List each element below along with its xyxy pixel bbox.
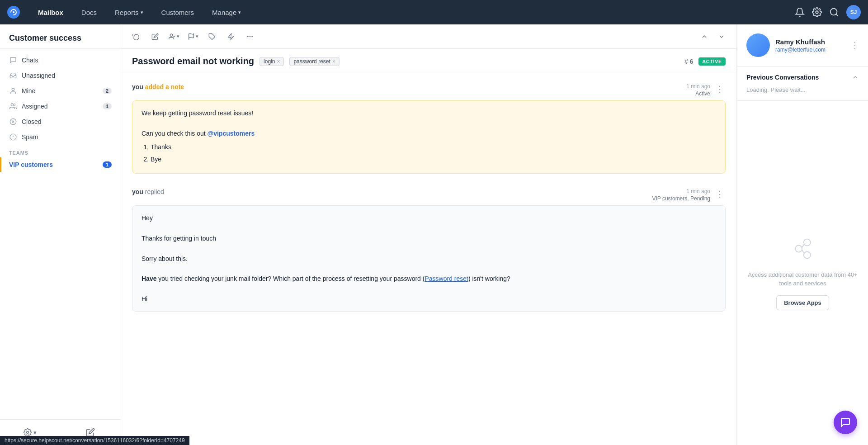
integrations-panel: Access additional customer data from 40+… — [737, 101, 868, 445]
chevron-up-icon — [852, 74, 859, 81]
message-author-note: you added a note — [132, 83, 184, 90]
conversation-id: # 6 — [684, 58, 693, 65]
spam-icon — [9, 133, 17, 141]
sidebar-item-vip-customers[interactable]: VIP customers 1 — [0, 157, 121, 172]
top-nav: Mailbox Docs Reports ▾ Customers Manage … — [0, 0, 868, 24]
browse-apps-button[interactable]: Browse Apps — [776, 295, 829, 310]
notifications-button[interactable] — [795, 7, 805, 17]
sidebar-nav: Chats Unassigned Mine — [0, 49, 121, 419]
nav-mailbox[interactable]: Mailbox — [34, 7, 67, 18]
sidebar-item-unassigned[interactable]: Unassigned — [0, 68, 121, 83]
message-note: you added a note 1 min ago Active ⋮ We k… — [132, 83, 726, 174]
inbox-icon — [9, 71, 17, 80]
nav-reports[interactable]: Reports ▾ — [111, 7, 147, 18]
flag-button[interactable]: ▾ — [185, 29, 201, 44]
contact-card: Ramy Khuffash ramy@letterfuel.com ⋮ — [737, 24, 868, 66]
svg-marker-17 — [228, 33, 234, 39]
sidebar-item-chats-label: Chats — [22, 57, 38, 64]
tag-button[interactable] — [204, 29, 220, 44]
contact-info: Ramy Khuffash ramy@letterfuel.com — [775, 38, 845, 53]
next-conversation-button[interactable] — [714, 29, 729, 44]
sidebar-item-assigned-label: Assigned — [22, 103, 48, 110]
more-button[interactable] — [242, 29, 258, 44]
svg-line-4 — [836, 14, 838, 16]
conversation-title: Password email not working — [132, 56, 254, 66]
edit-button[interactable] — [147, 29, 163, 44]
sidebar-item-spam[interactable]: Spam — [0, 129, 121, 145]
message-reply-more-button[interactable]: ⋮ — [714, 188, 726, 200]
message-time-note: 1 min ago Active — [686, 83, 710, 97]
right-panel: Ramy Khuffash ramy@letterfuel.com ⋮ Prev… — [737, 24, 868, 445]
sidebar-item-mine[interactable]: Mine 2 — [0, 83, 121, 99]
contact-menu-button[interactable]: ⋮ — [851, 40, 859, 50]
svg-point-22 — [803, 239, 810, 246]
conversation-header: Password email not working login × passw… — [121, 49, 736, 72]
svg-point-23 — [803, 251, 810, 258]
nav-customers[interactable]: Customers — [158, 7, 198, 18]
search-button[interactable] — [829, 7, 839, 17]
nav-docs[interactable]: Docs — [78, 7, 100, 18]
contact-email[interactable]: ramy@letterfuel.com — [775, 47, 845, 53]
svg-point-20 — [248, 36, 248, 37]
svg-point-14 — [170, 34, 172, 36]
assigned-icon — [9, 102, 17, 110]
message-note-more-button[interactable]: ⋮ — [714, 83, 726, 95]
undo-button[interactable] — [128, 29, 144, 44]
nav-right: SJ — [795, 5, 861, 19]
sidebar-item-unassigned-label: Unassigned — [22, 72, 55, 79]
svg-point-18 — [250, 36, 250, 37]
conversation-toolbar: ▾ ▾ — [121, 24, 736, 49]
message-reply-content: Hey Thanks for getting in touch Sorry ab… — [132, 205, 726, 312]
sidebar-item-assigned[interactable]: Assigned 1 — [0, 99, 121, 114]
sidebar-item-closed-label: Closed — [22, 118, 42, 125]
message-reply: you replied 1 min ago VIP customers, Pen… — [132, 188, 726, 312]
svg-point-1 — [13, 11, 14, 13]
password-reset-link[interactable]: Password reset — [425, 275, 468, 282]
status-badge: ACTIVE — [698, 57, 726, 66]
svg-point-2 — [816, 11, 818, 14]
conversation-panel: ▾ ▾ — [121, 24, 737, 445]
floating-chat-button[interactable] — [834, 411, 857, 434]
chevron-down-icon: ▾ — [141, 9, 143, 15]
svg-point-6 — [11, 104, 13, 106]
settings-button[interactable] — [812, 7, 822, 17]
status-bar: https://secure.helpscout.net/conversatio… — [0, 436, 189, 445]
conversation-body: you added a note 1 min ago Active ⋮ We k… — [121, 72, 736, 445]
main-layout: Customer success Chats Unassigned — [0, 24, 868, 445]
tag-password-reset-close[interactable]: × — [332, 58, 335, 65]
tag-password-reset: password reset × — [289, 57, 339, 66]
action-button[interactable] — [223, 29, 239, 44]
svg-point-5 — [12, 88, 14, 90]
closed-icon — [9, 118, 17, 126]
app-logo[interactable] — [7, 6, 20, 19]
prev-conversations-toggle[interactable]: Previous Conversations — [746, 74, 859, 81]
svg-point-21 — [795, 245, 802, 252]
prev-conversations-loading: Loading. Please wait... — [746, 86, 859, 93]
message-meta-reply: you replied 1 min ago VIP customers, Pen… — [132, 188, 726, 202]
svg-line-24 — [802, 244, 804, 247]
toolbar-nav — [697, 29, 729, 44]
message-meta-note: you added a note 1 min ago Active ⋮ — [132, 83, 726, 97]
message-time-reply: 1 min ago VIP customers, Pending — [652, 188, 710, 202]
mine-badge: 2 — [103, 88, 112, 94]
teams-section-label: TEAMS — [0, 145, 121, 157]
tag-login: login × — [259, 57, 284, 66]
prev-conversation-button[interactable] — [697, 29, 712, 44]
svg-point-13 — [27, 431, 29, 434]
vip-badge: 1 — [103, 161, 112, 168]
sidebar-item-chats[interactable]: Chats — [0, 52, 121, 68]
nav-manage[interactable]: Manage ▾ — [208, 7, 245, 18]
sidebar-item-closed[interactable]: Closed — [0, 114, 121, 129]
message-note-content: We keep getting password reset issues! C… — [132, 100, 726, 174]
contact-avatar — [746, 33, 770, 57]
sidebar-title: Customer success — [0, 24, 121, 49]
sidebar-item-spam-label: Spam — [22, 133, 38, 141]
integrations-icon — [790, 236, 816, 263]
chevron-down-icon: ▾ — [238, 9, 241, 15]
sidebar: Customer success Chats Unassigned — [0, 24, 121, 445]
tag-login-close[interactable]: × — [277, 58, 280, 65]
user-avatar[interactable]: SJ — [846, 5, 861, 19]
assign-button[interactable]: ▾ — [166, 29, 182, 44]
person-icon — [9, 87, 17, 95]
message-author-reply: you replied — [132, 188, 164, 195]
